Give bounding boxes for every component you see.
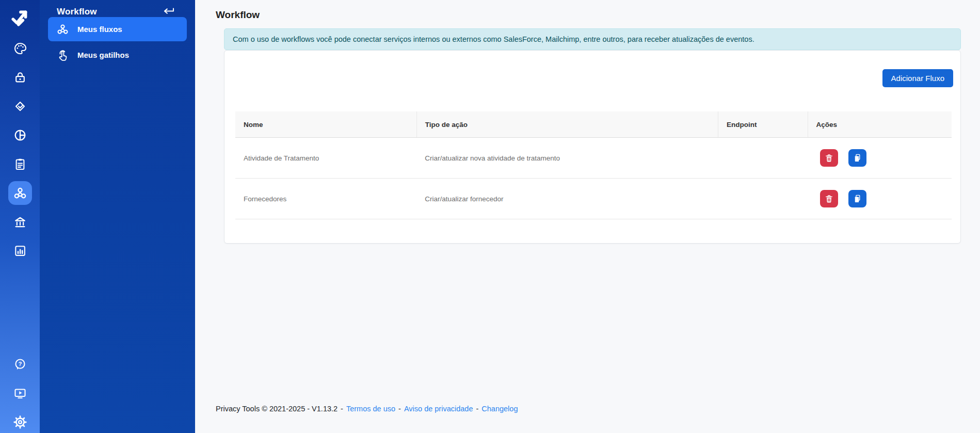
rail-item-help[interactable]: ? — [0, 350, 40, 379]
rail-item-workflow[interactable] — [0, 179, 40, 207]
bank-icon — [13, 215, 27, 229]
table-header-row: Nome Tipo de ação Endpoint Ações — [235, 111, 952, 138]
palette-icon — [13, 42, 27, 55]
cell-tipo: Criar/atualizar fornecedor — [416, 179, 718, 219]
cell-endpoint — [718, 138, 808, 179]
footer: Privacy Tools © 2021-2025 - V1.13.2 - Te… — [216, 405, 518, 413]
svg-text:?: ? — [18, 361, 22, 367]
pie-chart-icon — [13, 129, 27, 142]
column-header-endpoint: Endpoint — [718, 111, 808, 138]
bar-chart-icon — [13, 244, 27, 258]
cell-tipo: Criar/atualizar nova atividade de tratam… — [416, 138, 718, 179]
cell-nome: Atividade de Tratamento — [235, 138, 416, 179]
workflow-card: Adicionar Fluxo Nome Tipo de ação Endpoi… — [224, 50, 961, 244]
table-row: Fornecedores Criar/atualizar fornecedor — [235, 179, 952, 219]
sidebar-item-label: Meus fluxos — [77, 25, 122, 34]
delete-flow-button[interactable] — [820, 190, 838, 207]
trigger-touch-icon — [57, 49, 69, 61]
rail-item-security[interactable] — [0, 63, 40, 92]
cell-actions — [808, 138, 952, 179]
workflow-sidebar: Workflow Meus fluxos Meus gati — [40, 0, 195, 433]
copy-icon — [853, 194, 862, 204]
video-icon — [13, 387, 27, 400]
delete-flow-button[interactable] — [820, 149, 838, 167]
footer-separator: - — [476, 405, 478, 413]
webhook-icon — [13, 186, 27, 200]
rail-item-reports[interactable] — [0, 121, 40, 150]
flows-table: Nome Tipo de ação Endpoint Ações Ativida… — [235, 111, 952, 219]
collapse-return-icon — [161, 7, 175, 17]
sidebar-collapse-button[interactable] — [161, 7, 175, 17]
rail-item-dashboard[interactable] — [0, 236, 40, 265]
info-banner: Com o uso de workflows você pode conecta… — [224, 28, 961, 50]
rail-item-institution[interactable] — [0, 207, 40, 236]
cell-actions — [808, 179, 952, 219]
rail-item-appearance[interactable] — [0, 34, 40, 63]
clipboard-icon — [13, 157, 27, 171]
rail-nav — [0, 34, 40, 265]
cell-nome: Fornecedores — [235, 179, 416, 219]
footer-link-privacidade[interactable]: Aviso de privacidade — [404, 405, 473, 413]
add-flow-button[interactable]: Adicionar Fluxo — [882, 69, 953, 87]
sidebar-title: Workflow — [57, 7, 97, 17]
footer-separator: - — [341, 405, 343, 413]
handshake-icon — [13, 100, 27, 113]
sidebar-item-meus-fluxos[interactable]: Meus fluxos — [48, 17, 187, 41]
lock-icon — [13, 71, 27, 84]
footer-copyright: Privacy Tools © 2021-2025 - V1.13.2 — [216, 405, 338, 413]
rail-bottom-nav: ? — [0, 350, 40, 433]
rail-item-settings[interactable] — [0, 408, 40, 433]
sidebar-item-meus-gatilhos[interactable]: Meus gatilhos — [48, 43, 187, 67]
webhook-icon — [57, 23, 69, 35]
footer-link-changelog[interactable]: Changelog — [481, 405, 518, 413]
app-logo[interactable] — [0, 4, 40, 31]
column-header-tipo-de-acao: Tipo de ação — [416, 111, 718, 138]
column-header-acoes: Ações — [808, 111, 952, 138]
footer-separator: - — [398, 405, 401, 413]
main-content: Workflow Com o uso de workflows você pod… — [195, 0, 980, 433]
rail-item-tutorials[interactable] — [0, 379, 40, 408]
sidebar-item-label: Meus gatilhos — [77, 51, 129, 59]
cell-endpoint — [718, 179, 808, 219]
rail-item-records[interactable] — [0, 150, 40, 179]
copy-icon — [853, 153, 862, 163]
trash-icon — [824, 194, 834, 204]
copy-flow-button[interactable] — [848, 149, 866, 167]
page-title: Workflow — [216, 9, 260, 21]
gear-icon — [13, 415, 27, 429]
logo-check-arrow-icon — [9, 8, 31, 27]
trash-icon — [824, 153, 834, 163]
copy-flow-button[interactable] — [848, 190, 866, 207]
footer-link-termos[interactable]: Termos de uso — [346, 405, 395, 413]
table-row: Atividade de Tratamento Criar/atualizar … — [235, 138, 952, 179]
help-icon: ? — [13, 358, 27, 371]
rail-item-partners[interactable] — [0, 92, 40, 121]
icon-rail: ? — [0, 0, 40, 433]
column-header-nome: Nome — [235, 111, 416, 138]
